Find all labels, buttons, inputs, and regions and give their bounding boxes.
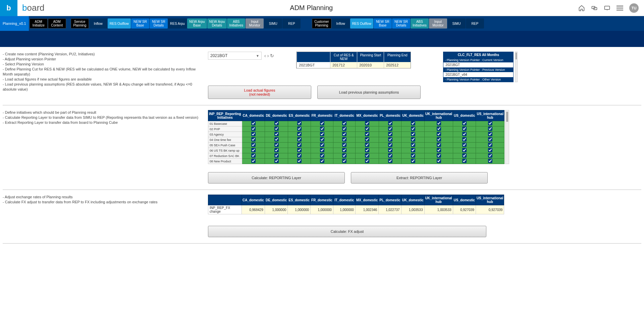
fx-cell[interactable]: 1,022737 xyxy=(379,205,401,214)
fx-cell[interactable]: 1,000000 xyxy=(311,205,333,214)
grid-checkbox[interactable] xyxy=(388,137,392,142)
nav-service-planning[interactable]: Service Planning xyxy=(71,18,89,29)
grid-cell[interactable] xyxy=(288,121,311,126)
nav-new-sr-base[interactable]: NEW SR Base xyxy=(131,18,149,29)
grid-checkbox[interactable] xyxy=(320,143,324,147)
grid-cell[interactable] xyxy=(242,148,265,153)
fx-cell[interactable]: 1,003533 xyxy=(424,205,453,214)
grid-checkbox[interactable] xyxy=(437,153,441,158)
grid-cell[interactable] xyxy=(453,121,476,126)
grid-cell[interactable] xyxy=(265,137,288,143)
fx-cell[interactable]: 1,002346 xyxy=(355,205,378,214)
grid-cell[interactable] xyxy=(356,121,379,126)
grid-checkbox[interactable] xyxy=(488,159,492,163)
grid-cell[interactable] xyxy=(311,121,333,126)
grid-cell[interactable] xyxy=(401,159,425,164)
grid-checkbox[interactable] xyxy=(320,153,324,158)
grid-cell[interactable] xyxy=(242,153,265,159)
grid-checkbox[interactable] xyxy=(320,126,324,131)
fx-cell[interactable]: 0,968429 xyxy=(242,205,265,214)
nav-res-outflow[interactable]: RES Outflow xyxy=(350,18,373,29)
nav-adm-content[interactable]: ADM Content xyxy=(48,18,66,29)
grid-cell[interactable] xyxy=(476,148,504,153)
grid-checkbox[interactable] xyxy=(411,126,415,131)
refresh-icon[interactable]: ↻ xyxy=(270,53,274,58)
grid-cell[interactable] xyxy=(453,159,476,164)
grid-cell[interactable] xyxy=(333,159,356,164)
nav-res-outflow[interactable]: RES Outflow xyxy=(108,18,131,29)
grid-checkbox[interactable] xyxy=(488,143,492,147)
grid-checkbox[interactable] xyxy=(251,143,256,147)
info-cell[interactable]: 201712 xyxy=(330,62,357,68)
grid-cell[interactable] xyxy=(288,159,311,164)
grid-cell[interactable] xyxy=(356,148,379,153)
grid-checkbox[interactable] xyxy=(297,137,302,142)
grid-checkbox[interactable] xyxy=(462,137,467,142)
grid-cell[interactable] xyxy=(401,126,425,132)
grid-cell[interactable] xyxy=(401,143,425,148)
grid-cell[interactable] xyxy=(401,121,425,126)
grid-checkbox[interactable] xyxy=(388,159,392,163)
grid-cell[interactable] xyxy=(425,153,453,159)
grid-checkbox[interactable] xyxy=(462,153,467,158)
nav-rep[interactable]: REP xyxy=(282,18,301,29)
grid-checkbox[interactable] xyxy=(297,126,302,131)
planning-version-dropdown[interactable]: 2021BGT ▼ xyxy=(208,52,262,60)
grid-checkbox[interactable] xyxy=(320,159,324,163)
grid-checkbox[interactable] xyxy=(274,137,279,142)
load-actual-button[interactable]: Load actual figures (not needed) xyxy=(208,86,311,99)
grid-checkbox[interactable] xyxy=(388,126,392,131)
grid-checkbox[interactable] xyxy=(365,121,369,125)
grid-checkbox[interactable] xyxy=(388,132,392,136)
grid-checkbox[interactable] xyxy=(437,148,441,152)
grid-cell[interactable] xyxy=(425,137,453,143)
grid-checkbox[interactable] xyxy=(365,126,369,131)
nav-new-arpu-base[interactable]: NEW Arpu Base xyxy=(187,18,207,29)
grid-cell[interactable] xyxy=(333,137,356,143)
grid-cell[interactable] xyxy=(476,137,504,143)
grid-cell[interactable] xyxy=(265,121,288,126)
load-previous-button[interactable]: Load previous planning assumptions xyxy=(317,86,421,99)
grid-cell[interactable] xyxy=(242,159,265,164)
calc-reporting-button[interactable]: Calculate: REPORTING Layer xyxy=(208,172,345,184)
grid-checkbox[interactable] xyxy=(462,126,467,131)
grid-cell[interactable] xyxy=(265,159,288,164)
clc-value[interactable]: 2021BGT_v84 xyxy=(443,72,513,77)
grid-checkbox[interactable] xyxy=(297,159,302,163)
grid-cell[interactable] xyxy=(425,121,453,126)
grid-cell[interactable] xyxy=(401,132,425,137)
grid-cell[interactable] xyxy=(379,126,401,132)
grid-checkbox[interactable] xyxy=(388,153,392,158)
grid-checkbox[interactable] xyxy=(251,126,256,131)
grid-checkbox[interactable] xyxy=(297,143,302,147)
grid-checkbox[interactable] xyxy=(274,148,279,152)
grid-checkbox[interactable] xyxy=(488,121,492,125)
grid-checkbox[interactable] xyxy=(342,153,346,158)
grid-checkbox[interactable] xyxy=(365,159,369,163)
nav-input-monitor[interactable]: Input Monitor xyxy=(246,18,264,29)
grid-cell[interactable] xyxy=(356,126,379,132)
grid-checkbox[interactable] xyxy=(297,121,302,125)
grid-cell[interactable] xyxy=(333,121,356,126)
info-cell[interactable]: 202010 xyxy=(357,62,384,68)
grid-checkbox[interactable] xyxy=(297,148,302,152)
grid-checkbox[interactable] xyxy=(488,137,492,142)
grid-checkbox[interactable] xyxy=(320,148,324,152)
nav-inflow[interactable]: Inflow xyxy=(332,18,350,29)
grid-cell[interactable] xyxy=(476,159,504,164)
extract-reporting-button[interactable]: Extract: REPORTING Layer xyxy=(351,172,488,184)
grid-cell[interactable] xyxy=(242,132,265,137)
grid-cell[interactable] xyxy=(476,143,504,148)
grid-cell[interactable] xyxy=(425,148,453,153)
grid-cell[interactable] xyxy=(401,137,425,143)
grid-cell[interactable] xyxy=(401,148,425,153)
grid-checkbox[interactable] xyxy=(251,159,256,163)
grid-cell[interactable] xyxy=(379,132,401,137)
grid-checkbox[interactable] xyxy=(411,159,415,163)
next-icon[interactable]: › xyxy=(267,53,269,58)
grid-checkbox[interactable] xyxy=(437,143,441,147)
grid-cell[interactable] xyxy=(453,137,476,143)
grid-checkbox[interactable] xyxy=(488,126,492,131)
home-icon[interactable] xyxy=(578,5,585,11)
fx-cell[interactable]: 1,003533 xyxy=(401,205,424,214)
